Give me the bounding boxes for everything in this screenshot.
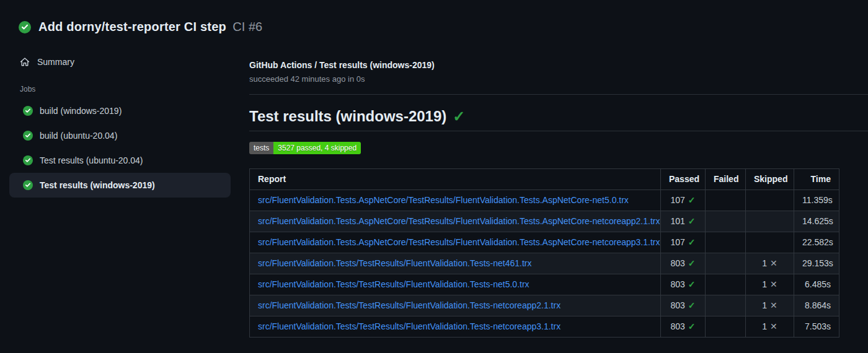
time-cell: 7.503s: [794, 316, 839, 338]
skipped-cell: 1✕: [746, 274, 794, 295]
run-number: CI #6: [232, 20, 262, 33]
main-content: GitHub Actions / Test results (windows-2…: [249, 45, 868, 338]
skipped-cell: [746, 190, 794, 211]
success-check-icon: [23, 180, 33, 190]
time-cell: 6.485s: [794, 274, 839, 295]
sidebar-job-item[interactable]: Test results (ubuntu-20.04): [9, 148, 231, 173]
report-link[interactable]: src/FluentValidation.Tests.AspNetCore/Te…: [258, 216, 660, 226]
jobs-section-label: Jobs: [20, 85, 231, 94]
sidebar: Summary Jobs build (windows-2019) build …: [0, 45, 249, 198]
report-link[interactable]: src/FluentValidation.Tests/TestResults/F…: [258, 321, 560, 331]
skipped-cell: 1✕: [746, 316, 794, 338]
table-body: src/FluentValidation.Tests.AspNetCore/Te…: [250, 190, 839, 338]
job-item-label: build (ubuntu-20.04): [40, 131, 117, 141]
sidebar-job-item[interactable]: Test results (windows-2019): [9, 173, 231, 198]
failed-cell: [706, 232, 746, 253]
table-row: src/FluentValidation.Tests.AspNetCore/Te…: [250, 211, 839, 232]
passed-cell: 107✓: [661, 190, 706, 211]
sidebar-job-item[interactable]: build (ubuntu-20.04): [9, 123, 231, 148]
column-header-report: Report: [250, 169, 661, 190]
home-icon: [20, 57, 30, 67]
check-header: GitHub Actions / Test results (windows-2…: [249, 59, 868, 95]
cross-icon: ✕: [770, 258, 777, 268]
passed-cell: 107✓: [661, 232, 706, 253]
check-icon: ✓: [688, 195, 696, 205]
check-name: GitHub Actions / Test results (windows-2…: [249, 59, 868, 71]
check-icon: ✓: [688, 321, 696, 331]
badge-label: tests: [249, 142, 273, 154]
table-row: src/FluentValidation.Tests/TestResults/F…: [250, 316, 839, 338]
time-cell: 11.359s: [794, 190, 839, 211]
cross-icon: ✕: [770, 300, 777, 310]
table-row: src/FluentValidation.Tests/TestResults/F…: [250, 295, 839, 316]
success-check-icon: [23, 106, 33, 116]
job-item-label: Test results (ubuntu-20.04): [40, 155, 143, 165]
check-icon: ✓: [688, 279, 696, 289]
table-header-row: Report Passed Failed Skipped Time: [250, 169, 839, 190]
skipped-cell: 1✕: [746, 295, 794, 316]
failed-cell: [706, 295, 746, 316]
table-row: src/FluentValidation.Tests/TestResults/F…: [250, 274, 839, 295]
check-run-page: Add dorny/test-reporter CI step CI #6 Su…: [0, 0, 868, 353]
passed-cell: 803✓: [661, 253, 706, 274]
job-item-label: Test results (windows-2019): [40, 180, 155, 190]
tests-badge: tests 3527 passed, 4 skipped: [249, 142, 361, 154]
sidebar-item-summary[interactable]: Summary: [9, 51, 231, 72]
sidebar-job-item[interactable]: build (windows-2019): [9, 98, 231, 123]
table-row: src/FluentValidation.Tests.AspNetCore/Te…: [250, 190, 839, 211]
success-check-icon: [23, 155, 33, 165]
column-header-skipped: Skipped: [746, 169, 794, 190]
check-status-text: succeeded 42 minutes ago in 0s: [249, 74, 868, 85]
time-cell: 14.625s: [794, 211, 839, 232]
success-check-icon: [23, 131, 33, 141]
failed-cell: [706, 274, 746, 295]
time-cell: 29.153s: [794, 253, 839, 274]
skipped-cell: [746, 211, 794, 232]
time-cell: 8.864s: [794, 295, 839, 316]
check-icon: ✓: [688, 237, 696, 247]
job-item-label: build (windows-2019): [40, 106, 122, 116]
passed-cell: 803✓: [661, 316, 706, 338]
skipped-cell: 1✕: [746, 253, 794, 274]
report-link[interactable]: src/FluentValidation.Tests.AspNetCore/Te…: [258, 237, 660, 247]
section-title-text: Test results (windows-2019): [249, 107, 446, 125]
badge-value: 3527 passed, 4 skipped: [273, 142, 361, 154]
page-title: Add dorny/test-reporter CI step CI #6: [38, 20, 262, 34]
column-header-failed: Failed: [706, 169, 746, 190]
run-title: Add dorny/test-reporter CI step: [38, 20, 226, 33]
report-link[interactable]: src/FluentValidation.Tests.AspNetCore/Te…: [258, 195, 629, 205]
failed-cell: [706, 190, 746, 211]
time-cell: 22.582s: [794, 232, 839, 253]
report-link[interactable]: src/FluentValidation.Tests/TestResults/F…: [258, 300, 560, 310]
column-header-time: Time: [794, 169, 839, 190]
section-title: Test results (windows-2019) ✓: [249, 107, 868, 131]
failed-cell: [706, 316, 746, 338]
cross-icon: ✕: [770, 279, 777, 289]
passed-cell: 101✓: [661, 211, 706, 232]
check-icon: ✓: [688, 258, 696, 268]
report-link[interactable]: src/FluentValidation.Tests/TestResults/F…: [258, 279, 529, 289]
check-icon: ✓: [688, 300, 696, 310]
table-row: src/FluentValidation.Tests/TestResults/F…: [250, 253, 839, 274]
table-row: src/FluentValidation.Tests.AspNetCore/Te…: [250, 232, 839, 253]
failed-cell: [706, 253, 746, 274]
job-list: build (windows-2019) build (ubuntu-20.04…: [9, 98, 231, 198]
check-icon: ✓: [453, 109, 465, 124]
failed-cell: [706, 211, 746, 232]
cross-icon: ✕: [770, 321, 777, 331]
results-table: Report Passed Failed Skipped Time src/Fl…: [249, 168, 839, 338]
report-link[interactable]: src/FluentValidation.Tests/TestResults/F…: [258, 258, 531, 268]
run-header: Add dorny/test-reporter CI step CI #6: [0, 0, 868, 45]
check-icon: ✓: [688, 216, 696, 226]
skipped-cell: [746, 232, 794, 253]
sidebar-summary-label: Summary: [37, 57, 74, 67]
passed-cell: 803✓: [661, 274, 706, 295]
column-header-passed: Passed: [661, 169, 706, 190]
passed-cell: 803✓: [661, 295, 706, 316]
success-check-icon: [19, 21, 31, 33]
